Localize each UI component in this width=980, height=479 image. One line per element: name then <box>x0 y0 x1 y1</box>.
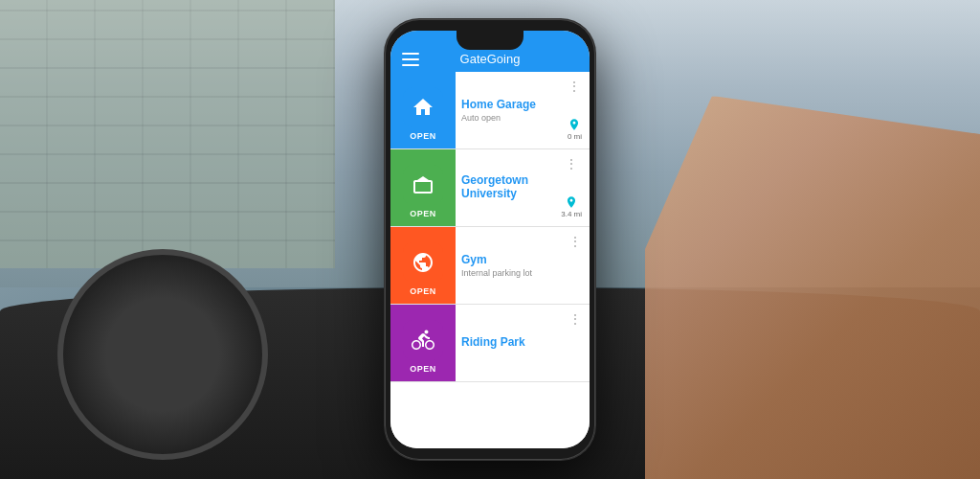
gate-open-button-home-garage[interactable]: OPEN <box>390 72 456 148</box>
gate-right-georgetown: ⋮ 3.4 mi <box>553 149 590 226</box>
gate-more-home-garage[interactable]: ⋮ <box>568 80 581 93</box>
gate-sub-home-garage: Auto open <box>461 113 554 123</box>
gate-info-riding-park: Riding Park <box>456 305 561 381</box>
gate-name-georgetown: Georgetown University <box>461 173 547 200</box>
hand-overlay <box>645 96 980 479</box>
gate-name-home-garage: Home Garage <box>461 98 554 111</box>
gate-distance-home-garage: 0 mi <box>568 132 582 141</box>
gate-info-gym: Gym Internal parking lot <box>456 227 561 304</box>
open-label-home-garage: OPEN <box>410 131 436 141</box>
gate-icon-gym <box>403 242 443 283</box>
basketball-icon <box>412 251 434 274</box>
phone-body: GateGoing OPEN Home <box>385 19 595 460</box>
phone-screen: GateGoing OPEN Home <box>390 31 590 448</box>
gate-item-georgetown[interactable]: OPEN Georgetown University ⋮ 3.4 mi <box>390 149 590 227</box>
gate-name-gym: Gym <box>461 253 555 266</box>
gate-icon-home-garage <box>403 87 443 127</box>
gate-right-riding-park: ⋮ <box>561 305 590 381</box>
gate-open-button-riding-park[interactable]: OPEN <box>390 305 456 381</box>
open-label-riding-park: OPEN <box>410 364 436 374</box>
open-label-georgetown: OPEN <box>410 209 436 218</box>
location-pin-georgetown <box>565 195 578 209</box>
phone-device: GateGoing OPEN Home <box>385 19 595 460</box>
gate-item-riding-park[interactable]: OPEN Riding Park ⋮ <box>390 305 590 382</box>
gate-more-riding-park[interactable]: ⋮ <box>568 312 582 326</box>
gate-open-button-gym[interactable]: OPEN <box>390 227 456 304</box>
gate-more-gym[interactable]: ⋮ <box>568 235 582 248</box>
gate-right-home-garage: ⋮ 0 mi <box>560 72 590 148</box>
app-title: GateGoing <box>419 52 561 66</box>
bike-icon <box>412 329 434 352</box>
phone-notch <box>457 31 523 50</box>
gate-sub-gym: Internal parking lot <box>461 268 555 278</box>
gate-right-gym: ⋮ <box>561 227 590 304</box>
stone-wall-texture <box>0 0 335 268</box>
gate-item-home-garage[interactable]: OPEN Home Garage Auto open ⋮ 0 mi <box>390 72 590 149</box>
location-pin-home-garage <box>568 118 581 131</box>
gate-info-georgetown: Georgetown University <box>456 149 553 226</box>
open-label-gym: OPEN <box>410 286 436 296</box>
gate-list: OPEN Home Garage Auto open ⋮ 0 mi <box>390 72 590 448</box>
gate-location-georgetown: 3.4 mi <box>561 195 582 218</box>
steering-wheel <box>57 249 268 460</box>
gate-distance-georgetown: 3.4 mi <box>561 210 582 218</box>
box-icon <box>412 173 434 196</box>
menu-button[interactable] <box>402 53 419 66</box>
gate-icon-riding-park <box>403 320 443 360</box>
home-icon <box>412 96 434 119</box>
gate-item-gym[interactable]: OPEN Gym Internal parking lot ⋮ <box>390 227 590 305</box>
gate-name-riding-park: Riding Park <box>461 335 555 349</box>
gate-info-home-garage: Home Garage Auto open <box>456 72 560 148</box>
gate-icon-georgetown <box>403 165 443 205</box>
gate-open-button-georgetown[interactable]: OPEN <box>390 149 456 226</box>
gate-location-home-garage: 0 mi <box>568 118 582 141</box>
gate-more-georgetown[interactable]: ⋮ <box>565 157 578 171</box>
